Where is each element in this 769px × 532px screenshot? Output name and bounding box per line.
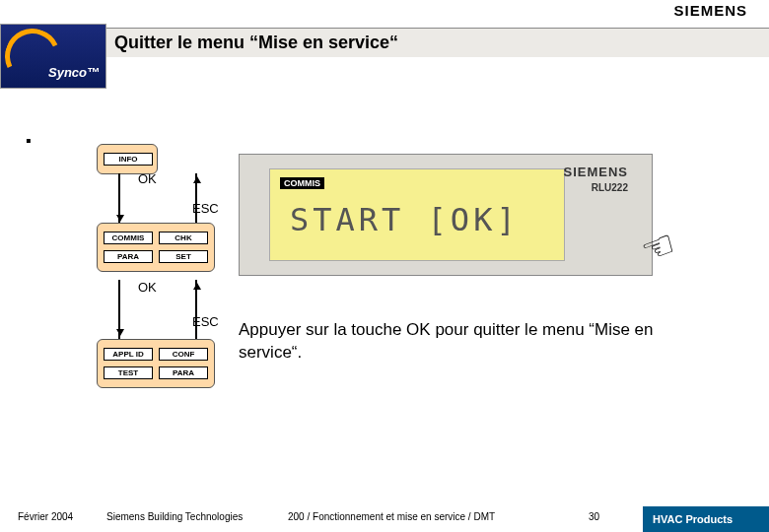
brand-logo: SIEMENS <box>673 2 747 19</box>
device-model: RLU222 <box>592 182 628 193</box>
btn-appl-id: APPL ID <box>104 348 153 361</box>
footer-company: Siemens Building Technologies <box>106 511 243 522</box>
device-display: START [OK] <box>290 201 520 238</box>
btn-set: SET <box>159 250 208 263</box>
page-title: Quitter le menu “Mise en service“ <box>114 33 398 53</box>
device-brand: SIEMENS <box>563 165 628 179</box>
title-bar: Quitter le menu “Mise en service“ <box>106 28 769 57</box>
btn-para: PARA <box>159 366 208 379</box>
arrow-down-icon <box>118 173 120 225</box>
arrow-down-icon <box>118 280 120 339</box>
synco-logo: Synco™ <box>0 24 106 89</box>
label-esc: ESC <box>192 201 219 216</box>
label-esc: ESC <box>192 314 219 329</box>
menu-level-1: INFO <box>97 144 158 174</box>
menu-level-3: APPL ID CONF TEST PARA <box>97 339 215 388</box>
menu-level-2: COMMIS CHK PARA SET <box>97 223 215 272</box>
btn-commis: COMMIS <box>104 232 153 244</box>
btn-info: INFO <box>104 153 153 166</box>
btn-para: PARA <box>104 250 153 263</box>
btn-conf: CONF <box>159 348 208 361</box>
device-mode-badge: COMMIS <box>280 177 324 189</box>
synco-label: Synco™ <box>48 65 100 80</box>
footer-path: 200 / Fonctionnement et mise en service … <box>288 511 495 522</box>
footer-product: HVAC Products <box>643 506 769 532</box>
footer-date: Février 2004 <box>18 511 73 522</box>
label-ok: OK <box>138 171 157 186</box>
footer: Février 2004 Siemens Building Technologi… <box>0 504 769 532</box>
label-ok: OK <box>138 280 157 295</box>
btn-test: TEST <box>104 366 153 379</box>
btn-chk: CHK <box>159 232 208 244</box>
arrow-up-icon <box>195 173 197 225</box>
hand-pointer-icon: ☜ <box>636 222 682 274</box>
bullet: ▪ <box>26 132 32 150</box>
arrow-up-icon <box>195 280 197 339</box>
device-panel: COMMIS START [OK] SIEMENS RLU222 ☜ <box>239 154 653 276</box>
footer-page: 30 <box>589 511 599 522</box>
instruction-text: Appuyer sur la touche OK pour quitter le… <box>239 319 663 365</box>
